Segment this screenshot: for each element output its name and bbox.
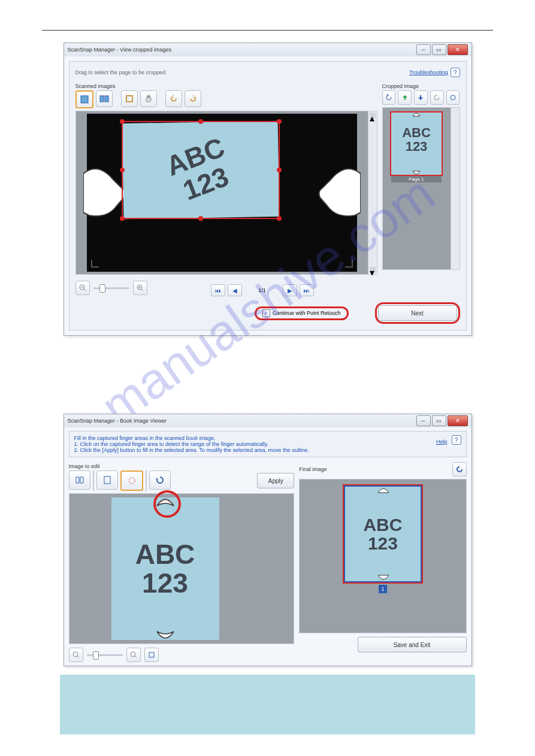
continue-point-retouch-callout: ✓ Continue with Point Retouch xyxy=(255,306,349,320)
viewer-scrollbar[interactable]: ▴ ▾ xyxy=(368,111,377,275)
zoom-in-icon[interactable] xyxy=(126,648,141,662)
svg-rect-0 xyxy=(81,96,88,103)
reset-final-icon[interactable] xyxy=(452,462,467,476)
svg-rect-11 xyxy=(104,476,110,484)
zoom-slider[interactable] xyxy=(75,281,147,295)
svg-line-14 xyxy=(77,656,79,658)
view-single-icon[interactable] xyxy=(75,90,93,108)
zoom-slider-2[interactable] xyxy=(69,648,159,662)
help-icon[interactable]: ? xyxy=(451,68,460,77)
svg-point-12 xyxy=(129,478,135,484)
svg-rect-17 xyxy=(149,652,154,657)
help-icon[interactable]: ? xyxy=(452,435,461,445)
hand-tool-icon[interactable] xyxy=(140,90,157,107)
apply-button[interactable]: Apply xyxy=(257,473,294,488)
svg-point-13 xyxy=(73,652,78,657)
fill-instructions: Fill in the captured finger areas in the… xyxy=(69,431,467,457)
undo-icon[interactable] xyxy=(382,90,396,105)
book-mode-icon[interactable] xyxy=(69,470,90,490)
hint-box xyxy=(60,675,475,734)
fit-icon[interactable] xyxy=(144,648,159,662)
save-and-exit-button[interactable]: Save and Exit xyxy=(358,637,467,652)
minimize-button[interactable]: ─ xyxy=(416,44,431,55)
finger-callout-circle xyxy=(153,490,181,518)
rotate-right-icon[interactable] xyxy=(185,90,201,107)
zoom-out-icon[interactable] xyxy=(69,648,83,662)
edit-viewer[interactable]: ABC 123 xyxy=(69,493,295,644)
continue-point-retouch-checkbox[interactable]: ✓ xyxy=(262,309,270,317)
window2-titlebar: ScanSnap Manager - Book Image Viewer ─ ▭… xyxy=(64,414,471,427)
maximize-button[interactable]: ▭ xyxy=(432,415,446,426)
maximize-button[interactable]: ▭ xyxy=(432,44,446,55)
zoom-out-icon[interactable] xyxy=(75,281,90,295)
final-viewer[interactable]: ABC 123 1 xyxy=(299,479,466,633)
scanned-image-viewer[interactable]: ABC 123 xyxy=(75,111,368,275)
page-mode-icon[interactable] xyxy=(96,470,118,490)
troubleshooting-link[interactable]: Troubleshooting xyxy=(409,69,448,75)
next-page-button[interactable]: ▶ xyxy=(283,284,297,296)
help-link[interactable]: Help xyxy=(436,439,448,445)
close-button[interactable]: ✕ xyxy=(448,44,468,55)
svg-line-8 xyxy=(141,289,143,291)
close-button[interactable]: ✕ xyxy=(448,415,468,426)
last-page-button[interactable]: ⏭ xyxy=(300,284,314,296)
svg-rect-2 xyxy=(105,96,108,102)
move-down-icon[interactable] xyxy=(414,90,428,105)
crop-tool-icon[interactable] xyxy=(121,90,138,107)
next-button[interactable]: Next xyxy=(378,305,457,321)
page-indicator: 1/1 xyxy=(244,287,280,293)
window1-title: ScanSnap Manager - View cropped images xyxy=(68,47,171,53)
svg-line-16 xyxy=(135,656,137,658)
cropped-thumbnail[interactable]: ABC 123 xyxy=(390,111,443,176)
svg-rect-3 xyxy=(126,96,132,102)
svg-point-15 xyxy=(131,652,135,657)
continue-point-retouch-label: Continue with Point Retouch xyxy=(273,310,341,316)
minimize-button[interactable]: ─ xyxy=(416,415,431,426)
undo-fill-icon[interactable] xyxy=(149,470,171,490)
rotate-left-icon[interactable] xyxy=(165,90,182,107)
prev-page-button[interactable]: ◀ xyxy=(228,284,242,296)
svg-line-5 xyxy=(84,289,86,291)
move-up-icon[interactable] xyxy=(398,90,412,105)
window1-titlebar: ScanSnap Manager - View cropped images ─… xyxy=(64,43,471,56)
zoom-in-icon[interactable] xyxy=(133,281,147,295)
cropped-image-label: Cropped image xyxy=(382,83,460,89)
scanned-images-label: Scanned images xyxy=(75,83,377,89)
next-button-callout: Next xyxy=(375,302,460,324)
thumb-scrollbar[interactable] xyxy=(451,107,460,270)
first-page-button[interactable]: ⏮ xyxy=(211,284,225,296)
image-to-edit-label: Image to edit xyxy=(69,463,295,469)
crop-instruction: Drag to select the page to be cropped. xyxy=(75,69,167,75)
final-thumb-number: 1 xyxy=(379,585,387,593)
scanned-toolbar xyxy=(75,90,377,108)
final-image-label: Final image xyxy=(299,466,327,472)
refresh-icon[interactable] xyxy=(446,90,460,105)
view-double-icon[interactable] xyxy=(96,90,113,107)
svg-rect-1 xyxy=(100,96,104,102)
thumb-caption: Page 1 xyxy=(391,176,442,183)
rotate-thumb-left-icon[interactable] xyxy=(430,90,444,105)
fill-finger-tool-icon[interactable] xyxy=(120,470,143,491)
window2-title: ScanSnap Manager - Book Image Viewer xyxy=(68,418,167,424)
